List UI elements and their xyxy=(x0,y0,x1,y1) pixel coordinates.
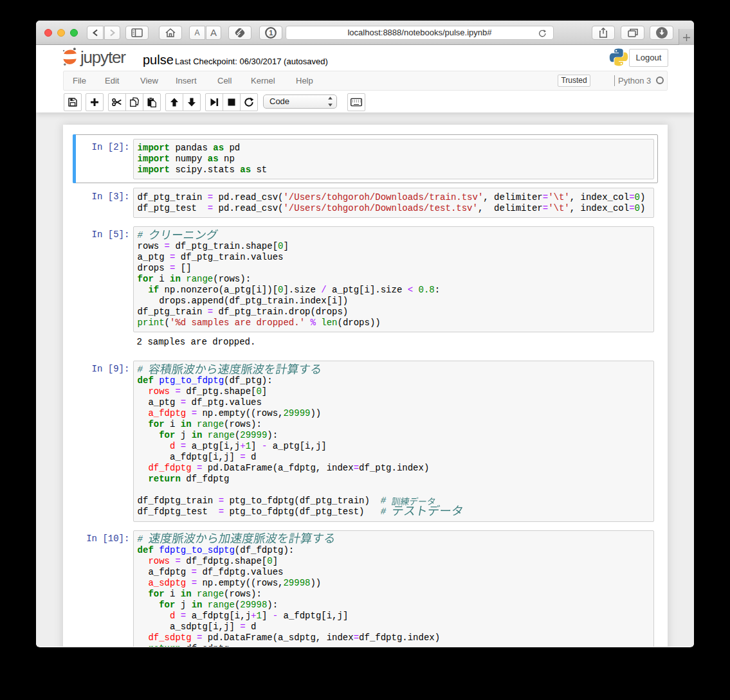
svg-text:1: 1 xyxy=(269,29,273,37)
